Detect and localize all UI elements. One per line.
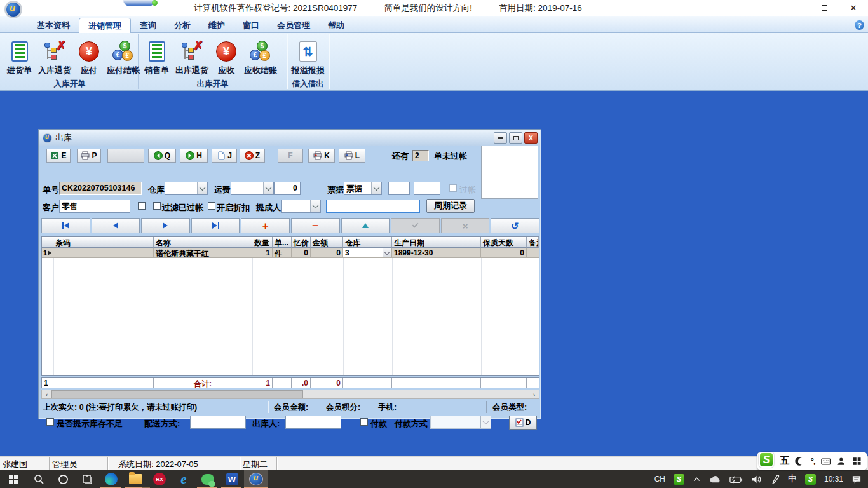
child-restore-button[interactable] bbox=[509, 132, 522, 144]
taskbar-wechat-button[interactable] bbox=[196, 470, 220, 488]
taskbar-rx-button[interactable]: RX bbox=[147, 470, 172, 488]
menu-item-purchase-sale[interactable]: 进销管理 bbox=[79, 18, 131, 33]
child-close-button[interactable]: X bbox=[524, 132, 538, 144]
cell-price[interactable]: 0 bbox=[292, 248, 311, 258]
customer-input[interactable]: 零售 bbox=[59, 200, 130, 213]
column-header-name[interactable]: 名称 bbox=[154, 237, 252, 248]
cell-prod-date[interactable]: 1899-12-30 bbox=[392, 248, 481, 258]
chevron-down-icon[interactable] bbox=[480, 416, 491, 428]
child-minimize-button[interactable] bbox=[494, 132, 507, 144]
d-action-button[interactable]: D bbox=[509, 416, 537, 430]
onedrive-cloud-icon[interactable] bbox=[709, 474, 721, 485]
new-document-button[interactable]: J bbox=[212, 149, 237, 163]
column-header-qty[interactable]: 数量 bbox=[252, 237, 273, 248]
ticket-input-1[interactable] bbox=[388, 182, 410, 195]
unnamed-checkbox[interactable] bbox=[138, 202, 146, 210]
cell-barcode[interactable] bbox=[53, 248, 154, 258]
user-account-icon[interactable] bbox=[836, 456, 846, 466]
horizontal-scrollbar[interactable]: ‹ › bbox=[41, 390, 539, 399]
nav-cancel-button[interactable]: × bbox=[441, 218, 490, 233]
chevron-down-icon[interactable] bbox=[310, 200, 320, 212]
sogou-tray-icon[interactable]: S bbox=[674, 474, 684, 485]
menu-item-member[interactable]: 会员管理 bbox=[268, 18, 319, 33]
export-excel-button[interactable]: E bbox=[46, 149, 71, 163]
cell-qty[interactable]: 1 bbox=[252, 248, 273, 258]
outbound-return-button[interactable]: ✗ 出库退货 bbox=[172, 39, 212, 78]
taskbar-explorer-button[interactable] bbox=[123, 470, 147, 488]
ime-mode-wubi[interactable]: 五 bbox=[780, 455, 789, 467]
payment-method-select[interactable] bbox=[430, 416, 491, 429]
night-mode-moon-icon[interactable] bbox=[795, 456, 804, 466]
volume-icon[interactable] bbox=[751, 474, 762, 485]
taskbar-word-button[interactable]: W bbox=[220, 470, 244, 488]
detail-grid[interactable]: 条码 名称 数量 单... 忆价 金额 仓库 生产日期 保质天数 备注 1 诺伦… bbox=[41, 236, 539, 376]
column-header-barcode[interactable]: 条码 bbox=[53, 237, 154, 248]
outbound-window-titlebar[interactable]: 出库 X bbox=[39, 130, 540, 146]
commission-select[interactable] bbox=[281, 200, 321, 213]
freight-amount-input[interactable]: 0 bbox=[274, 182, 301, 195]
hidden-icons-chevron-icon[interactable] bbox=[693, 475, 701, 484]
nav-next-button[interactable] bbox=[141, 218, 190, 233]
warehouse-select[interactable] bbox=[165, 182, 208, 195]
column-header-price[interactable]: 忆价 bbox=[292, 237, 311, 248]
next-record-button[interactable]: H bbox=[180, 149, 208, 163]
menu-item-help[interactable]: 帮助 bbox=[319, 18, 353, 33]
receivable-settle-button[interactable]: $€£ 应收结账 bbox=[241, 39, 280, 78]
overflow-loss-button[interactable]: ⇅ 报溢报损 bbox=[288, 39, 328, 78]
stock-warn-checkbox[interactable] bbox=[46, 418, 54, 426]
toolbox-grid-icon[interactable] bbox=[852, 456, 862, 466]
sogou-logo-icon[interactable]: S bbox=[759, 452, 774, 468]
nav-last-button[interactable] bbox=[191, 218, 240, 233]
soft-keyboard-icon[interactable] bbox=[821, 456, 831, 466]
delivery-input[interactable] bbox=[190, 416, 246, 429]
battery-icon[interactable] bbox=[729, 474, 743, 485]
menu-item-query[interactable]: 查询 bbox=[131, 18, 165, 33]
nav-refresh-button[interactable]: ↻ bbox=[491, 218, 539, 233]
taskbar-ie-button[interactable]: e bbox=[172, 470, 196, 488]
ticket-input-2[interactable] bbox=[414, 182, 440, 195]
column-header-prod-date[interactable]: 生产日期 bbox=[392, 237, 481, 248]
column-header-warehouse[interactable]: 仓库 bbox=[343, 237, 392, 248]
purchase-order-button[interactable]: 进货单 bbox=[4, 39, 35, 78]
posted-checkbox[interactable] bbox=[449, 184, 457, 192]
discount-checkbox[interactable] bbox=[208, 202, 215, 210]
cycle-record-button[interactable]: 周期记录 bbox=[426, 199, 475, 213]
chevron-down-icon[interactable] bbox=[263, 182, 273, 194]
help-icon[interactable]: ? bbox=[855, 20, 864, 30]
previous-record-button[interactable]: Q bbox=[148, 149, 176, 163]
sales-order-button[interactable]: 销售单 bbox=[141, 39, 172, 78]
scroll-right-icon[interactable]: › bbox=[529, 390, 539, 398]
scroll-left-icon[interactable]: ‹ bbox=[42, 390, 51, 398]
payable-settle-button[interactable]: $€£ 应付结帐 bbox=[104, 39, 143, 78]
ime-chinese-indicator[interactable]: 中 bbox=[788, 473, 797, 485]
print-preview-button[interactable]: K bbox=[308, 149, 335, 163]
nav-edit-button[interactable] bbox=[341, 218, 390, 233]
cortana-button[interactable] bbox=[51, 470, 75, 488]
payment-checkbox[interactable] bbox=[360, 418, 368, 426]
search-button[interactable] bbox=[27, 470, 51, 488]
delete-document-button[interactable]: Z bbox=[240, 149, 265, 163]
menu-item-window[interactable]: 窗口 bbox=[234, 18, 268, 33]
filter-posted-checkbox[interactable] bbox=[153, 202, 161, 210]
chevron-down-icon[interactable] bbox=[371, 182, 381, 194]
print-ticket-button[interactable]: L bbox=[339, 149, 365, 163]
print-button[interactable]: P bbox=[77, 149, 101, 163]
commission-input[interactable] bbox=[326, 200, 420, 213]
language-indicator[interactable]: CH bbox=[654, 475, 665, 484]
nav-post-button[interactable] bbox=[391, 218, 440, 233]
sogou-tray-icon-2[interactable]: S bbox=[805, 474, 816, 485]
minimize-button[interactable] bbox=[780, 0, 810, 16]
cell-amount[interactable]: 0 bbox=[311, 248, 343, 258]
restore-button[interactable] bbox=[810, 0, 839, 16]
menu-item-maintenance[interactable]: 维护 bbox=[200, 18, 234, 33]
nav-prior-button[interactable] bbox=[92, 218, 140, 233]
notification-center-icon[interactable] bbox=[851, 474, 862, 485]
ticket-select[interactable]: 票据 bbox=[344, 182, 382, 195]
cell-name[interactable]: 诺伦斯典藏干红 bbox=[154, 248, 252, 258]
payable-button[interactable]: ¥ 应付 bbox=[74, 39, 104, 78]
column-header-unit[interactable]: 单... bbox=[273, 237, 292, 248]
scrollbar-thumb[interactable] bbox=[51, 390, 303, 398]
cell-shelf-days[interactable]: 0 bbox=[481, 248, 527, 258]
cell-unit[interactable]: 件 bbox=[273, 248, 292, 258]
taskbar-active-app-button[interactable] bbox=[244, 470, 268, 488]
